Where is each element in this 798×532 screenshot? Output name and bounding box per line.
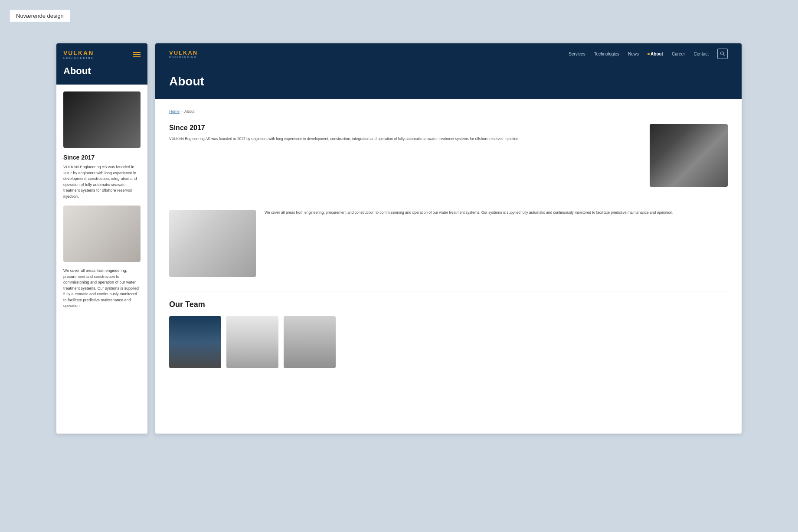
mobile-hamburger-icon[interactable] bbox=[133, 52, 141, 57]
desktop-logo-vulkan: VULKAN bbox=[169, 49, 198, 56]
section1-text: Since 2017 VULKAN Engineering AS was fou… bbox=[169, 124, 641, 142]
section2-image bbox=[169, 210, 256, 277]
desktop-screen: VULKAN ENGINEERING Services Technologies… bbox=[155, 43, 742, 434]
desktop-header: VULKAN ENGINEERING Services Technologies… bbox=[155, 43, 742, 64]
nav-item-career[interactable]: Career bbox=[672, 52, 685, 56]
section2-text: We cover all areas from engineering, pro… bbox=[265, 210, 728, 216]
team-photos bbox=[169, 316, 728, 368]
team-section: Our Team bbox=[169, 300, 728, 368]
mobile-header: VULKAN ENGINEERING About bbox=[56, 43, 147, 85]
mobile-image-overlay-light bbox=[63, 206, 141, 262]
mobile-section1-heading: Since 2017 bbox=[63, 154, 141, 161]
mobile-section1-body: VULKAN Engineering AS was founded in 201… bbox=[63, 164, 141, 199]
screens-wrapper: VULKAN ENGINEERING About Since 2017 VULK… bbox=[0, 0, 798, 451]
desktop-hero: About bbox=[155, 64, 742, 99]
mobile-section2-body: We cover all areas from engineering, pro… bbox=[63, 268, 141, 309]
mobile-image-overlay-dark bbox=[63, 91, 141, 148]
people-laptop-image bbox=[650, 124, 728, 187]
section-since-2017: Since 2017 VULKAN Engineering AS was fou… bbox=[169, 124, 728, 187]
svg-line-1 bbox=[723, 55, 725, 56]
nav-item-news[interactable]: News bbox=[628, 52, 639, 56]
section-divider-2 bbox=[169, 291, 728, 291]
nav-item-about[interactable]: About bbox=[648, 52, 663, 56]
team-photo-2 bbox=[226, 316, 278, 368]
mobile-logo-engineering: ENGINEERING bbox=[63, 56, 94, 59]
section1-heading: Since 2017 bbox=[169, 124, 641, 132]
section2-body: We cover all areas from engineering, pro… bbox=[265, 210, 728, 216]
nav-item-technologies[interactable]: Technologies bbox=[594, 52, 619, 56]
mobile-page-title: About bbox=[63, 64, 141, 77]
desktop-logo-engineering: ENGINEERING bbox=[169, 56, 198, 59]
section1-image bbox=[650, 124, 728, 187]
nav-active-dot bbox=[648, 53, 650, 55]
team-heading: Our Team bbox=[169, 300, 728, 309]
search-icon bbox=[720, 51, 725, 56]
breadcrumb-separator: › bbox=[181, 109, 183, 114]
desktop-nav: Services Technologies News About Career … bbox=[569, 49, 728, 59]
breadcrumb-home[interactable]: Home bbox=[169, 109, 180, 114]
svg-point-0 bbox=[721, 52, 724, 55]
mobile-content: Since 2017 VULKAN Engineering AS was fou… bbox=[56, 85, 147, 322]
breadcrumb: Home › About bbox=[169, 109, 728, 114]
section-engineering: We cover all areas from engineering, pro… bbox=[169, 210, 728, 277]
section-divider-1 bbox=[169, 201, 728, 201]
desktop-hero-title: About bbox=[169, 75, 728, 88]
mobile-logo-row: VULKAN ENGINEERING bbox=[63, 49, 141, 59]
mobile-image-people-laptop bbox=[63, 91, 141, 148]
mobile-logo: VULKAN ENGINEERING bbox=[63, 49, 94, 59]
desktop-logo: VULKAN ENGINEERING bbox=[169, 49, 198, 59]
mobile-screen: VULKAN ENGINEERING About Since 2017 VULK… bbox=[56, 43, 147, 434]
search-button[interactable] bbox=[717, 49, 728, 59]
desktop-body: Home › About Since 2017 VULKAN Engineeri… bbox=[155, 99, 742, 379]
mobile-image-meeting bbox=[63, 206, 141, 262]
nav-item-contact[interactable]: Contact bbox=[694, 52, 709, 56]
current-design-badge: Nuværende design bbox=[10, 10, 70, 22]
nav-item-services[interactable]: Services bbox=[569, 52, 585, 56]
meeting-image bbox=[169, 210, 256, 277]
team-photo-3 bbox=[284, 316, 336, 368]
mobile-logo-vulkan: VULKAN bbox=[63, 49, 94, 56]
section1-body: VULKAN Engineering AS was founded in 201… bbox=[169, 136, 641, 142]
team-photo-1 bbox=[169, 316, 221, 368]
breadcrumb-current: About bbox=[184, 109, 195, 114]
